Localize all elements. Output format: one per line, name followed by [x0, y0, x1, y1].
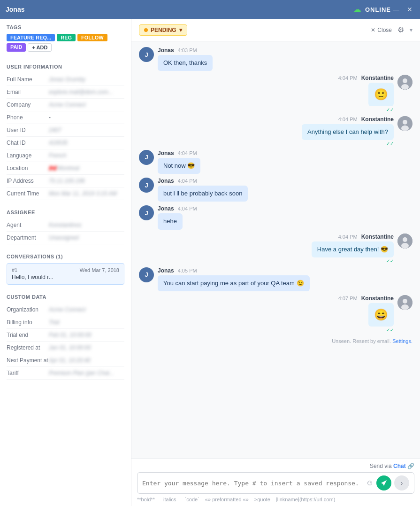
- close-window-button[interactable]: ✕: [405, 5, 414, 14]
- toolbar-link[interactable]: [linkname](https://url.com): [276, 497, 336, 502]
- message-block: Jonas 4:05 PM You can start paying me as…: [158, 267, 310, 291]
- message-bubble: 😄: [368, 303, 394, 327]
- label-trialend: Trial end: [7, 332, 49, 338]
- field-ip: IP Address 70.11.100.196: [7, 175, 124, 187]
- assignee-title: ASSIGNEE: [7, 210, 124, 215]
- label-ip: IP Address: [7, 178, 49, 184]
- message-input-row: ☺ ›: [137, 472, 414, 494]
- avatar: [397, 295, 412, 310]
- minimize-button[interactable]: —: [391, 5, 401, 14]
- toolbar-row: **bold** _italics_ `code` «» preformatte…: [137, 494, 414, 502]
- value-registered: Jan 01, 10:00:00: [49, 344, 124, 351]
- msg-meta: Konstantine 4:07 PM: [338, 295, 394, 302]
- label-tariff: Tariff: [7, 370, 49, 376]
- label-location: Location: [7, 165, 49, 171]
- msg-time: 4:04 PM: [178, 206, 197, 211]
- toolbar-italic[interactable]: _italics_: [160, 497, 179, 502]
- conversations-title: CONVERSATIONS (1): [7, 254, 124, 259]
- msg-ticks: ✓✓: [386, 327, 394, 333]
- field-registered: Registered at Jan 01, 10:00:00: [7, 342, 124, 354]
- label-fullname: Full Name: [7, 76, 49, 83]
- value-organization: Acme Connect: [49, 306, 124, 313]
- custom-data-section: CUSTOM DATA Organization Acme Connect Bi…: [0, 288, 131, 383]
- value-nextpayment: Apr 01, 10:20:40: [49, 357, 124, 364]
- value-fullname: Jonas Grumby: [49, 76, 124, 83]
- close-chat-button[interactable]: ✕ Close: [371, 27, 392, 33]
- avatar: J: [139, 205, 154, 220]
- message-block: Jonas 4:03 PM OK then, thanks: [158, 47, 213, 71]
- cloud-icon: ☁: [353, 4, 361, 15]
- msg-sender: Jonas: [158, 47, 174, 54]
- field-fullname: Full Name Jonas Grumby: [7, 73, 124, 86]
- title-bar: Jonas ☁ ONLINE — ✕: [0, 0, 420, 19]
- tag-follow[interactable]: FOLLOW: [77, 34, 107, 41]
- toolbar-bold[interactable]: **bold**: [137, 497, 155, 502]
- label-chatid: Chat ID: [7, 140, 49, 146]
- emoji-button[interactable]: ☺: [366, 479, 374, 487]
- add-tag-button[interactable]: + ADD: [28, 43, 52, 52]
- send-button[interactable]: [376, 475, 391, 490]
- message-row: Konstantine 4:07 PM 😄 ✓✓: [139, 295, 412, 333]
- label-registered: Registered at: [7, 344, 49, 351]
- custom-data-title: CUSTOM DATA: [7, 294, 124, 300]
- label-phone: Phone: [7, 114, 49, 121]
- message-bubble: but i ll be probably back soon: [158, 186, 248, 202]
- send-options-button[interactable]: ›: [394, 475, 409, 490]
- message-row: Konstantine 4:04 PM 🙂 ✓✓: [139, 75, 412, 112]
- send-via-channel[interactable]: Chat: [393, 463, 406, 469]
- msg-meta: Jonas 4:04 PM: [158, 178, 197, 184]
- msg-meta: Konstantine 4:04 PM: [338, 234, 394, 240]
- tag-feature-req[interactable]: FEATURE REQ...: [7, 34, 55, 41]
- message-block: Jonas 4:04 PM Not now 😎: [158, 150, 200, 174]
- user-info-section: USER INFORMATION Full Name Jonas Grumby …: [0, 58, 131, 204]
- toolbar-preformatted[interactable]: «» preformatted «»: [205, 497, 249, 502]
- svg-point-10: [403, 299, 407, 304]
- message-row: J Jonas 4:04 PM hehe: [139, 205, 412, 229]
- label-nextpayment: Next Payment at: [7, 357, 49, 364]
- msg-meta: Jonas 4:04 PM: [158, 205, 197, 212]
- conversations-section: CONVERSATIONS (1) #1 Wed Mar 7, 2018 Hel…: [0, 248, 131, 288]
- label-company: Company: [7, 101, 49, 108]
- toolbar-quote[interactable]: >quote: [254, 497, 270, 502]
- svg-point-8: [401, 243, 409, 249]
- msg-time: 4:07 PM: [338, 296, 358, 301]
- app-title: Jonas: [6, 6, 353, 13]
- conversation-item[interactable]: #1 Wed Mar 7, 2018 Hello, I would r...: [7, 263, 124, 285]
- svg-point-2: [401, 84, 409, 90]
- tag-reg[interactable]: REG: [57, 34, 76, 41]
- chat-header: PENDING ▾ ✕ Close ⚙ ▾: [131, 19, 420, 41]
- input-actions: ☺ ›: [366, 475, 409, 490]
- message-block: Konstantine 4:07 PM 😄 ✓✓: [338, 295, 394, 333]
- value-department: Unassigned: [49, 234, 124, 241]
- toolbar-code[interactable]: `code`: [185, 497, 199, 502]
- value-billing: Trial: [49, 319, 124, 326]
- field-company: Company Acme Connect: [7, 99, 124, 111]
- avatar: J: [139, 178, 154, 193]
- message-row: Konstantine 4:04 PM Anything else I can …: [139, 116, 412, 146]
- message-block: Konstantine 4:04 PM 🙂 ✓✓: [338, 75, 394, 112]
- msg-sender: Jonas: [158, 150, 174, 156]
- avatar: [397, 234, 412, 249]
- unseen-text: Unseen. Resent by email.: [332, 338, 391, 344]
- message-input[interactable]: [142, 480, 362, 487]
- tag-paid[interactable]: PAID: [7, 43, 26, 52]
- settings-button[interactable]: ⚙: [397, 25, 404, 34]
- message-row: J Jonas 4:03 PM OK then, thanks: [139, 47, 412, 71]
- close-label: Close: [377, 27, 392, 33]
- message-row: J Jonas 4:04 PM but i ll be probably bac…: [139, 178, 412, 202]
- label-organization: Organization: [7, 306, 49, 313]
- chevron-down-icon: ▾: [179, 27, 182, 33]
- tags-section: TAGS FEATURE REQ... REG FOLLOW PAID + AD…: [0, 19, 131, 58]
- pending-badge[interactable]: PENDING ▾: [139, 24, 187, 36]
- msg-sender: Konstantine: [361, 116, 394, 123]
- message-row: J Jonas 4:05 PM You can start paying me …: [139, 267, 412, 291]
- msg-time: 4:05 PM: [178, 268, 197, 273]
- field-nextpayment: Next Payment at Apr 01, 10:20:40: [7, 354, 124, 367]
- msg-time: 4:04 PM: [178, 150, 197, 156]
- msg-sender: Jonas: [158, 267, 174, 274]
- msg-time: 4:04 PM: [338, 75, 358, 81]
- value-company: Acme Connect: [49, 101, 124, 108]
- settings-link[interactable]: Settings.: [392, 338, 412, 344]
- field-phone: Phone -: [7, 111, 124, 124]
- user-info-title: USER INFORMATION: [7, 64, 124, 70]
